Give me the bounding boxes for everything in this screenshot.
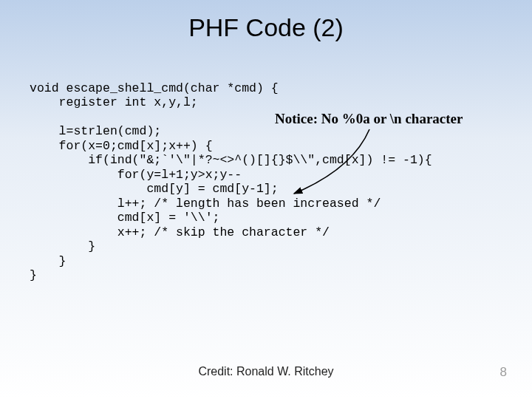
slide-title: PHF Code (2) — [0, 0, 532, 42]
notice-callout: Notice: No %0a or \n character — [275, 111, 463, 127]
content-area: void escape_shell_cmd(char *cmd) { regis… — [30, 81, 502, 283]
credit-text: Credit: Ronald W. Ritchey — [0, 365, 532, 378]
page-number: 8 — [500, 365, 507, 380]
